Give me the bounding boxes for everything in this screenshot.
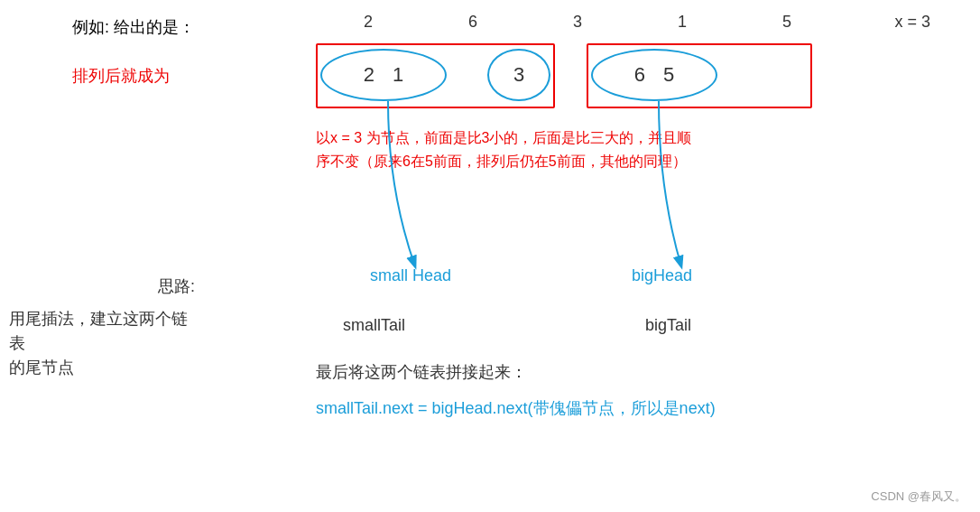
small-head-label: small Head bbox=[370, 266, 451, 285]
small-tail-label: smallTail bbox=[343, 316, 405, 335]
tail-line1: 用尾插法，建立这两个链表 bbox=[9, 307, 190, 356]
example-label: 例如: 给出的是： bbox=[72, 16, 195, 38]
number-1: 1 bbox=[646, 13, 718, 32]
oval-value-1: 1 bbox=[393, 63, 403, 87]
big-head-label: bigHead bbox=[632, 266, 692, 285]
oval-value-6: 6 bbox=[634, 63, 645, 87]
watermark: CSDN @春风又。 bbox=[871, 489, 966, 505]
oval-value-3: 3 bbox=[513, 63, 524, 87]
final-text: 最后将这两个链表拼接起来： bbox=[316, 361, 527, 383]
next-text: smallTail.next = bigHead.next(带傀儡节点，所以是n… bbox=[316, 397, 716, 419]
number-2: 2 bbox=[332, 13, 404, 32]
number-3: 3 bbox=[541, 13, 614, 32]
numbers-row: 2 6 3 1 5 bbox=[316, 13, 839, 32]
tail-line2: 的尾节点 bbox=[9, 356, 190, 380]
desc-line2: 序不变（原来6在5前面，排列后仍在5前面，其他的同理） bbox=[316, 150, 857, 173]
oval-21: 2 1 bbox=[320, 49, 447, 101]
oval-3: 3 bbox=[487, 49, 550, 101]
number-5: 5 bbox=[751, 13, 823, 32]
desc-line1: 以x = 3 为节点，前面是比3小的，后面是比三大的，并且顺 bbox=[316, 126, 857, 150]
big-tail-label: bigTail bbox=[645, 316, 691, 335]
thinking-label: 思路: bbox=[158, 275, 195, 297]
description-text: 以x = 3 为节点，前面是比3小的，后面是比三大的，并且顺 序不变（原来6在5… bbox=[316, 126, 857, 172]
tail-insert-text: 用尾插法，建立这两个链表 的尾节点 bbox=[9, 307, 190, 380]
number-6: 6 bbox=[437, 13, 509, 32]
arranged-label: 排列后就成为 bbox=[72, 65, 170, 87]
oval-65: 6 5 bbox=[591, 49, 717, 101]
x-label: x = 3 bbox=[894, 13, 930, 32]
oval-value-5: 5 bbox=[663, 63, 674, 87]
oval-value-2: 2 bbox=[364, 63, 374, 87]
